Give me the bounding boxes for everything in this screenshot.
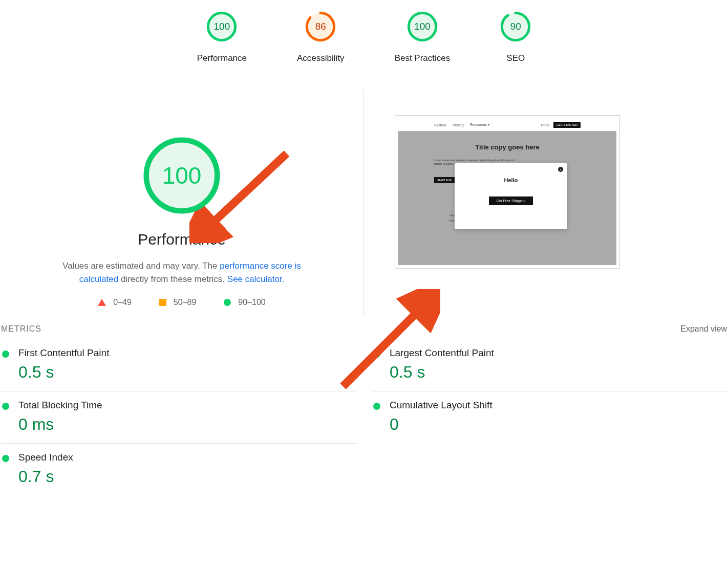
screenshot-hero-title: Title copy goes here — [398, 143, 616, 151]
square-icon — [159, 299, 166, 306]
see-calculator-link[interactable]: See calculator. — [227, 274, 285, 284]
gauge-performance[interactable]: 100 Performance — [197, 11, 247, 63]
gauge-score: 100 — [407, 11, 438, 42]
gauge-label: Accessibility — [297, 53, 345, 63]
metric-si[interactable]: Speed Index 0.7 s — [1, 443, 356, 495]
gauge-label: Performance — [197, 53, 247, 63]
nav-item: Docs — [541, 123, 549, 127]
score-legend: 0–49 50–89 90–100 — [15, 298, 348, 307]
metric-value: 0.5 s — [390, 363, 494, 382]
circle-icon — [2, 403, 9, 410]
metric-cls[interactable]: Cumulative Layout Shift 0 — [372, 391, 727, 443]
metric-value: 0 — [390, 415, 493, 434]
performance-summary: 100 Performance Values are estimated and… — [0, 90, 364, 317]
metric-name: Total Blocking Time — [18, 400, 102, 411]
metric-lcp[interactable]: Largest Contentful Paint 0.5 s — [372, 339, 727, 391]
screenshot-nav: Feature Pricing Resources ▾ Docs GET STA… — [398, 119, 616, 131]
performance-title: Performance — [15, 231, 348, 248]
nav-item: Resources ▾ — [470, 123, 490, 127]
triangle-icon — [98, 299, 106, 306]
expand-view-button[interactable]: Expand view — [680, 324, 727, 334]
legend-label: 0–49 — [113, 298, 132, 307]
gauge-ring: 100 — [206, 11, 237, 42]
nav-cta: GET STARTED — [553, 122, 581, 128]
gauge-best-practices[interactable]: 100 Best Practices — [395, 11, 451, 63]
metric-name: Cumulative Layout Shift — [390, 400, 493, 411]
modal-title: Hello — [455, 177, 567, 183]
metric-tbt[interactable]: Total Blocking Time 0 ms — [1, 391, 356, 443]
gauge-ring: 100 — [407, 11, 438, 42]
gauge-accessibility[interactable]: 86 Accessibility — [297, 11, 345, 63]
gauge-ring: 86 — [305, 11, 336, 42]
metric-value: 0 ms — [18, 415, 102, 434]
circle-icon — [2, 351, 9, 358]
circle-icon — [2, 455, 9, 462]
screenshot-hero-cta: START FOR — [434, 177, 455, 183]
metric-name: Largest Contentful Paint — [390, 347, 494, 359]
performance-section: 100 Performance Values are estimated and… — [0, 74, 728, 317]
legend-mid: 50–89 — [159, 298, 197, 307]
metric-value: 0.5 s — [18, 363, 109, 382]
performance-description: Values are estimated and may vary. The p… — [49, 259, 315, 286]
metric-fcp[interactable]: First Contentful Paint 0.5 s — [1, 339, 356, 391]
metric-name: First Contentful Paint — [18, 347, 109, 359]
screenshot-panel: Feature Pricing Resources ▾ Docs GET STA… — [364, 90, 728, 317]
screenshot-content: Feature Pricing Resources ▾ Docs GET STA… — [398, 119, 616, 265]
metric-name: Speed Index — [18, 452, 73, 463]
metrics-header: METRICS Expand view — [0, 317, 728, 339]
modal-button: Get Free Shipping — [489, 196, 533, 205]
legend-label: 90–100 — [238, 298, 265, 307]
gauge-score: 100 — [206, 11, 237, 42]
performance-big-score: 100 — [142, 136, 222, 215]
circle-icon — [373, 403, 380, 410]
metric-value: 0.7 s — [18, 467, 73, 486]
page-screenshot[interactable]: Feature Pricing Resources ▾ Docs GET STA… — [395, 115, 620, 269]
gauge-label: Best Practices — [395, 53, 451, 63]
metrics-heading: METRICS — [1, 324, 41, 334]
nav-item: Pricing — [453, 123, 463, 127]
gauge-score: 86 — [305, 11, 336, 42]
screenshot-modal: × Hello Get Free Shipping — [455, 163, 567, 229]
legend-high: 90–100 — [224, 298, 265, 307]
nav-item: Feature — [434, 123, 446, 127]
gauge-ring: 90 — [500, 11, 531, 42]
metrics-grid: First Contentful Paint 0.5 s Largest Con… — [0, 339, 728, 495]
gauge-seo[interactable]: 90 SEO — [500, 11, 531, 63]
legend-label: 50–89 — [174, 298, 197, 307]
desc-text: Values are estimated and may vary. The — [62, 261, 220, 271]
performance-big-gauge: 100 — [142, 136, 222, 215]
legend-low: 0–49 — [98, 298, 132, 307]
gauge-row: 100 Performance 86 Accessibility 100 Bes… — [0, 0, 728, 74]
circle-icon — [224, 299, 231, 306]
gauge-label: SEO — [500, 53, 531, 63]
gauge-score: 90 — [500, 11, 531, 42]
circle-icon — [373, 351, 380, 358]
desc-text: directly from these metrics. — [118, 274, 227, 284]
close-icon: × — [558, 167, 563, 172]
